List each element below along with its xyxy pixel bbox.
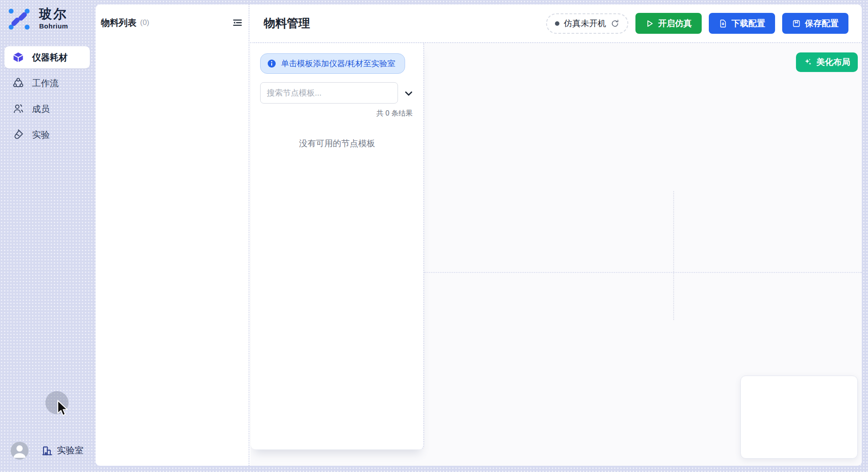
- lab-switcher[interactable]: 实验室: [41, 444, 84, 456]
- simulation-status-label: 仿真未开机: [564, 18, 606, 29]
- materials-list-title: 物料列表: [101, 17, 137, 29]
- building-icon: [41, 445, 53, 456]
- materials-list-header: 物料列表 (0): [96, 16, 249, 29]
- workflow-icon: [12, 77, 24, 89]
- sidebar-item-instruments[interactable]: 仪器耗材: [4, 46, 90, 68]
- user-avatar[interactable]: [11, 442, 28, 460]
- grid-guide-vertical: [673, 191, 674, 320]
- materials-list-panel: 物料列表 (0): [96, 4, 249, 466]
- experiment-icon: [12, 129, 24, 140]
- brand[interactable]: 玻尔 Bohrium: [7, 7, 68, 31]
- hint-banner: 单击模板添加仪器/耗材至实验室: [260, 53, 405, 74]
- main-region: 物料管理 仿真未开机: [250, 4, 862, 466]
- sidebar-item-label: 成员: [32, 103, 50, 115]
- sparkles-icon: [804, 58, 812, 67]
- beautify-layout-button[interactable]: 美化布局: [796, 52, 858, 72]
- sidebar-nav: 仪器耗材 工作流: [4, 46, 90, 146]
- lab-switcher-label: 实验室: [57, 444, 84, 456]
- hint-text: 单击模板添加仪器/耗材至实验室: [281, 58, 395, 69]
- save-icon: [792, 19, 801, 28]
- sidebar-item-experiment[interactable]: 实验: [4, 124, 90, 146]
- play-icon: [645, 19, 654, 28]
- info-icon: [267, 59, 276, 68]
- download-config-button[interactable]: 下载配置: [709, 13, 775, 34]
- main-header: 物料管理 仿真未开机: [250, 4, 862, 43]
- main-card: 物料列表 (0) 物料管理 仿真未: [96, 4, 862, 466]
- save-config-button[interactable]: 保存配置: [782, 13, 848, 34]
- template-search-input[interactable]: [260, 82, 398, 104]
- mouse-cursor: [56, 400, 69, 418]
- empty-state-text: 没有可用的节点模板: [251, 138, 423, 149]
- brand-name: 玻尔: [39, 7, 68, 21]
- sidebar-item-label: 工作流: [32, 77, 59, 89]
- file-download-icon: [719, 19, 727, 28]
- status-dot-icon: [555, 21, 559, 26]
- save-config-label: 保存配置: [805, 18, 839, 29]
- materials-list-count: (0): [140, 18, 149, 27]
- cube-icon: [12, 52, 24, 63]
- refresh-icon[interactable]: [611, 19, 619, 28]
- sidebar-footer: 实验室: [0, 441, 96, 460]
- sidebar: 玻尔 Bohrium 仪器耗材: [0, 0, 96, 472]
- start-simulation-button[interactable]: 开启仿真: [635, 13, 702, 34]
- simulation-status-pill[interactable]: 仿真未开机: [546, 13, 628, 34]
- brand-logo-icon: [7, 7, 31, 31]
- start-simulation-label: 开启仿真: [658, 18, 692, 29]
- sidebar-item-workflow[interactable]: 工作流: [4, 72, 90, 94]
- minimap[interactable]: [740, 376, 858, 459]
- download-config-label: 下载配置: [731, 18, 765, 29]
- sidebar-item-label: 实验: [32, 129, 50, 141]
- graph-canvas[interactable]: 单击模板添加仪器/耗材至实验室 共 0 条结果 没有可用的节点模板: [250, 43, 862, 466]
- app-root: 玻尔 Bohrium 仪器耗材: [0, 0, 868, 472]
- chevron-down-icon[interactable]: [403, 88, 414, 99]
- template-panel: 单击模板添加仪器/耗材至实验室 共 0 条结果 没有可用的节点模板: [251, 43, 424, 450]
- collapse-panel-button[interactable]: [231, 16, 244, 29]
- sidebar-item-members[interactable]: 成员: [4, 98, 90, 120]
- page-title: 物料管理: [264, 16, 310, 31]
- brand-subtitle: Bohrium: [39, 22, 68, 30]
- header-actions: 仿真未开机: [546, 13, 848, 34]
- beautify-layout-label: 美化布局: [816, 56, 850, 68]
- sidebar-item-label: 仪器耗材: [32, 52, 68, 64]
- members-icon: [12, 103, 24, 115]
- results-count: 共 0 条结果: [376, 109, 413, 118]
- grid-guide-horizontal: [424, 272, 862, 273]
